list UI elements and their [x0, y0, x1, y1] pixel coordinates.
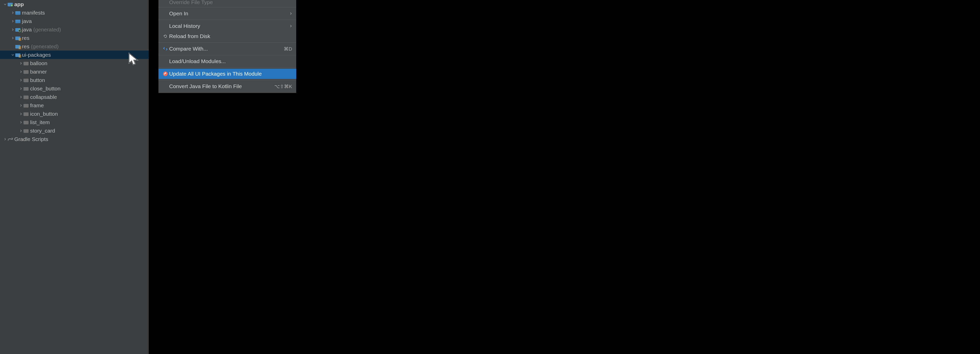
chevron-right-icon	[10, 37, 15, 40]
menu-item-label: Local History	[169, 23, 290, 29]
menu-shortcut: ⌥⇧⌘K	[274, 83, 292, 89]
tree-label: banner	[30, 69, 47, 75]
folder-icon	[24, 70, 30, 74]
chevron-right-icon	[10, 11, 15, 14]
chevron-right-icon	[10, 20, 15, 23]
chevron-down-icon	[3, 3, 8, 6]
tree-label: balloon	[30, 60, 48, 66]
chevron-right-icon	[10, 28, 15, 31]
menu-item-reload-from-disk[interactable]: Reload from Disk	[158, 31, 296, 41]
menu-item-convert-java-kotlin[interactable]: Convert Java File to Kotlin File ⌥⇧⌘K	[158, 81, 296, 91]
tree-label: Gradle Scripts	[14, 136, 48, 142]
tree-node-list-item[interactable]: list_item	[0, 118, 149, 126]
tree-label: close_button	[30, 86, 60, 92]
folder-icon	[24, 120, 30, 124]
tree-node-res[interactable]: res	[0, 34, 149, 42]
menu-separator	[158, 67, 296, 68]
context-menu: Override File Type Open In Local History…	[158, 0, 296, 93]
tree-label: java	[22, 18, 32, 24]
menu-shortcut: ⌘D	[284, 46, 292, 52]
reload-icon	[162, 34, 169, 38]
menu-separator	[158, 80, 296, 80]
chevron-right-icon	[3, 138, 8, 141]
chevron-spacer: ·	[10, 45, 15, 48]
tree-node-button[interactable]: button	[0, 76, 149, 84]
tree-label-suffix: (generated)	[31, 43, 59, 49]
tree-node-ui-packages[interactable]: ui-packages	[0, 51, 149, 59]
folder-icon	[24, 78, 30, 82]
tree-label: frame	[30, 102, 44, 108]
menu-item-override-file-type[interactable]: Override File Type	[158, 0, 296, 6]
menu-item-compare-with[interactable]: Compare With... ⌘D	[158, 44, 296, 54]
tree-node-manifests[interactable]: manifests	[0, 8, 149, 17]
tree-node-icon-button[interactable]: icon_button	[0, 110, 149, 118]
chevron-down-icon	[10, 53, 15, 56]
tree-node-app[interactable]: app	[0, 0, 149, 8]
resource-folder-icon	[15, 53, 22, 57]
tree-node-res-generated[interactable]: · res (generated)	[0, 42, 149, 51]
folder-icon	[24, 61, 30, 65]
chevron-right-icon	[18, 79, 24, 82]
chevron-right-icon	[18, 87, 24, 90]
tree-label-suffix: (generated)	[33, 27, 61, 33]
tree-node-banner[interactable]: banner	[0, 67, 149, 76]
tree-label: res	[22, 43, 29, 49]
resource-folder-icon	[15, 36, 22, 40]
menu-separator	[158, 42, 296, 43]
menu-item-label: Compare With...	[169, 46, 284, 52]
folder-icon	[15, 11, 22, 15]
menu-item-label: Open In	[169, 11, 290, 17]
tree-node-story-card[interactable]: story_card	[0, 126, 149, 135]
tree-node-java-generated[interactable]: java (generated)	[0, 25, 149, 34]
folder-icon	[15, 19, 22, 23]
menu-item-label: Update All UI Packages in This Module	[169, 71, 292, 77]
tree-node-close-button[interactable]: close_button	[0, 84, 149, 93]
compare-icon	[162, 46, 169, 51]
menu-separator	[158, 55, 296, 55]
generated-folder-icon	[15, 27, 22, 32]
menu-item-label: Convert Java File to Kotlin File	[169, 83, 274, 89]
tree-label: ui-packages	[22, 52, 51, 58]
tree-label: java	[22, 27, 32, 33]
module-folder-icon	[8, 2, 14, 6]
folder-icon	[24, 129, 30, 133]
project-tree-sidebar: app manifests java java (generated)	[0, 0, 149, 354]
menu-item-label: Reload from Disk	[169, 33, 292, 39]
folder-icon	[24, 86, 30, 91]
tree-label: story_card	[30, 128, 55, 134]
folder-icon	[24, 112, 30, 116]
menu-item-open-in[interactable]: Open In	[158, 8, 296, 19]
submenu-arrow-icon	[290, 23, 292, 29]
submenu-arrow-icon	[290, 11, 292, 16]
chevron-right-icon	[18, 70, 24, 73]
folder-icon	[24, 104, 30, 107]
menu-item-update-ui-packages[interactable]: Update All UI Packages in This Module	[158, 69, 296, 79]
chevron-right-icon	[18, 104, 24, 107]
tree-label: collapsable	[30, 94, 57, 100]
chevron-right-icon	[18, 62, 24, 65]
tree-node-balloon[interactable]: balloon	[0, 59, 149, 67]
tree-label: button	[30, 77, 45, 83]
tree-node-java[interactable]: java	[0, 17, 149, 25]
menu-item-label: Override File Type	[169, 0, 292, 5]
menu-item-label: Load/Unload Modules...	[169, 58, 292, 64]
tree-node-frame[interactable]: frame	[0, 101, 149, 110]
menu-item-local-history[interactable]: Local History	[158, 21, 296, 31]
gradle-icon	[8, 137, 14, 141]
relay-icon	[162, 71, 169, 77]
tree-node-gradle-scripts[interactable]: Gradle Scripts	[0, 135, 149, 143]
chevron-right-icon	[18, 121, 24, 124]
chevron-right-icon	[18, 96, 24, 99]
tree-label: list_item	[30, 119, 50, 125]
tree-node-collapsable[interactable]: collapsable	[0, 93, 149, 101]
tree-label: manifests	[22, 10, 45, 16]
chevron-right-icon	[18, 129, 24, 132]
tree-label: icon_button	[30, 111, 58, 117]
svg-point-1	[10, 139, 10, 140]
tree-label: res	[22, 35, 29, 41]
resource-folder-icon	[15, 45, 22, 48]
chevron-right-icon	[18, 112, 24, 115]
tree-label: app	[14, 1, 24, 7]
folder-icon	[24, 95, 30, 99]
menu-item-load-unload-modules[interactable]: Load/Unload Modules...	[158, 56, 296, 66]
